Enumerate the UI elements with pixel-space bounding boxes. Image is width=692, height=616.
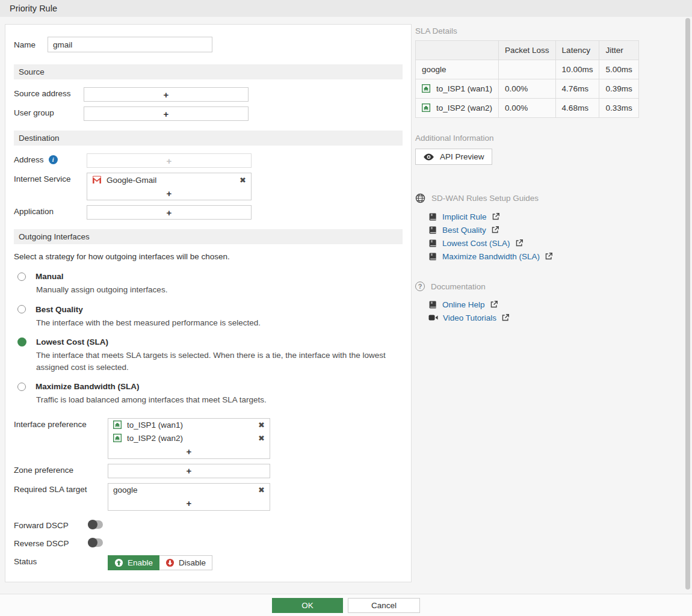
application-row: Application + (14, 205, 403, 220)
globe-icon (415, 193, 425, 203)
internet-service-select[interactable]: Google-Gmail ✖ + (87, 173, 252, 200)
application-select[interactable]: + (87, 205, 252, 220)
sla-cell-packet-loss: 0.00% (499, 99, 556, 118)
external-link-icon[interactable] (490, 300, 498, 309)
strategy-radio-row[interactable]: Maximize Bandwidth (SLA) (17, 382, 403, 391)
section-header-destination: Destination (14, 131, 403, 146)
external-link-icon[interactable] (492, 212, 500, 221)
user-group-add-button[interactable]: + (84, 107, 248, 120)
ok-button[interactable]: OK (272, 598, 343, 613)
source-address-select[interactable]: + (84, 87, 249, 102)
sla-cell-latency: 10.00ms (555, 60, 599, 79)
book-icon (428, 212, 437, 221)
radio-unselected-icon[interactable] (17, 383, 26, 391)
internet-service-label: Internet Service (14, 173, 87, 183)
strategy-description: The interface with the best measured per… (36, 317, 401, 329)
strategy-label: Lowest Cost (SLA) (36, 337, 108, 346)
zone-preference-add-button[interactable]: + (108, 464, 270, 478)
source-address-label: Source address (14, 87, 84, 98)
status-disable-label: Disable (179, 558, 206, 567)
sla-col-name (416, 41, 499, 60)
strategy-radio-row[interactable]: Manual (17, 272, 403, 281)
doc-link-video-tutorials[interactable]: Video Tutorials (443, 313, 496, 322)
sla-cell-packet-loss: 0.00% (499, 79, 556, 99)
destination-address-label-text: Address (14, 155, 44, 164)
remove-icon[interactable]: ✖ (239, 176, 246, 184)
external-link-icon[interactable] (491, 226, 499, 234)
status-disable-button[interactable]: Disable (159, 555, 212, 570)
documentation-title: Documentation (431, 282, 486, 291)
strategy-option-best-quality: Best Quality The interface with the best… (17, 305, 403, 329)
interface-item: to_ISP1 (wan1) ✖ (108, 419, 270, 432)
radio-unselected-icon[interactable] (17, 305, 26, 313)
sla-cell-jitter: 0.39ms (599, 79, 638, 99)
name-label: Name (14, 40, 48, 49)
status-button-group: Enable Disable (108, 555, 212, 570)
dialog-titlebar: Priority Rule (0, 0, 692, 17)
plus-icon: + (167, 189, 172, 198)
guide-link-row: Maximize Bandwidth (SLA) (428, 251, 639, 262)
required-sla-target-row: Required SLA target google ✖ + (14, 483, 403, 511)
internet-service-item-label: Google-Gmail (107, 176, 156, 185)
user-group-select[interactable]: + (84, 106, 249, 121)
zone-preference-label: Zone preference (14, 464, 108, 475)
cancel-button[interactable]: Cancel (348, 598, 420, 613)
sla-cell-name: google (416, 60, 499, 79)
remove-icon[interactable]: ✖ (258, 421, 265, 429)
strategy-description: Traffic is load balanced among interface… (36, 394, 401, 406)
external-link-icon[interactable] (501, 313, 510, 322)
required-sla-target-add-button[interactable]: + (108, 497, 270, 510)
name-input[interactable] (48, 37, 212, 52)
dialog-footer: OK Cancel (0, 594, 692, 616)
interface-preference-add-button[interactable]: + (108, 445, 270, 458)
remove-icon[interactable]: ✖ (258, 486, 265, 494)
sla-details-table: Packet Loss Latency Jitter google 10.00m… (415, 40, 639, 118)
strategy-label: Best Quality (36, 305, 83, 314)
doc-link-row: Online Help (428, 299, 639, 310)
source-address-add-button[interactable]: + (84, 88, 248, 101)
guide-link-row: Implicit Rule (428, 211, 639, 222)
section-header-source: Source (14, 64, 403, 79)
forward-dscp-toggle[interactable] (88, 520, 103, 529)
api-preview-button[interactable]: API Preview (415, 149, 492, 165)
internet-service-add-button[interactable]: + (87, 186, 251, 200)
strategy-radio-row[interactable]: Best Quality (17, 305, 403, 314)
setup-guides-header: SD-WAN Rules Setup Guides (415, 193, 639, 203)
application-label: Application (14, 205, 87, 216)
page-title: Priority Rule (10, 4, 57, 13)
strategy-description: The interface that meets SLA targets is … (36, 350, 401, 373)
ethernet-interface-icon (113, 434, 122, 443)
strategy-intro-text: Select a strategy for how outgoing inter… (14, 252, 403, 261)
radio-selected-icon[interactable] (17, 337, 26, 346)
api-preview-label: API Preview (440, 152, 484, 161)
guide-link-implicit-rule[interactable]: Implicit Rule (442, 212, 487, 221)
sla-cell-jitter: 0.33ms (599, 99, 638, 118)
application-add-button[interactable]: + (87, 206, 251, 219)
guide-link-lowest-cost-sla[interactable]: Lowest Cost (SLA) (442, 239, 510, 248)
info-icon: i (49, 155, 58, 164)
zone-preference-select[interactable]: + (108, 464, 270, 478)
strategy-label: Manual (36, 272, 64, 281)
zone-preference-row: Zone preference + (14, 464, 403, 478)
video-camera-icon (428, 313, 438, 322)
question-circle-icon: ? (415, 282, 425, 291)
guide-link-maximize-bandwidth-sla[interactable]: Maximize Bandwidth (SLA) (442, 252, 540, 261)
reverse-dscp-row: Reverse DSCP (14, 537, 403, 548)
external-link-icon[interactable] (515, 239, 524, 247)
required-sla-target-select[interactable]: google ✖ + (108, 483, 270, 511)
source-address-row: Source address + (14, 87, 403, 102)
interface-preference-select[interactable]: to_ISP1 (wan1) ✖ to_ISP2 (wan2) ✖ + (108, 418, 270, 459)
ethernet-interface-icon (422, 103, 431, 112)
reverse-dscp-toggle[interactable] (88, 538, 103, 547)
external-link-icon[interactable] (545, 252, 553, 260)
remove-icon[interactable]: ✖ (258, 434, 265, 442)
sla-interface-label: to_ISP1 (wan1) (436, 84, 492, 93)
vertical-scrollbar[interactable] (685, 18, 690, 590)
doc-link-online-help[interactable]: Online Help (442, 300, 485, 309)
destination-address-row: Address i + (14, 153, 403, 168)
interface-preference-label: Interface preference (14, 418, 108, 429)
status-enable-button[interactable]: Enable (108, 555, 159, 570)
radio-unselected-icon[interactable] (17, 273, 26, 281)
strategy-radio-row[interactable]: Lowest Cost (SLA) (17, 337, 403, 346)
guide-link-best-quality[interactable]: Best Quality (442, 226, 486, 235)
